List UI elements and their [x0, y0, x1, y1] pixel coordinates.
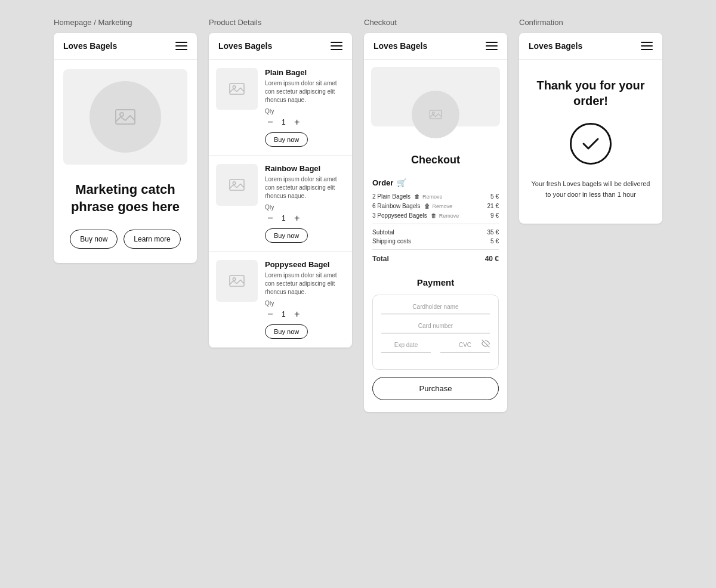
- exp-label: Exp date: [381, 342, 431, 348]
- remove-icon-poppyseed: 🗑: [431, 212, 437, 219]
- cardholder-field: Cardholder name: [381, 304, 490, 314]
- svg-point-3: [233, 86, 236, 89]
- remove-plain-button[interactable]: Remove: [422, 194, 443, 200]
- qty-increase-poppyseed[interactable]: +: [292, 309, 303, 320]
- purchase-button[interactable]: Purchase: [372, 377, 499, 400]
- order-item-rainbow-name: 6 Rainbow Bagels: [372, 203, 421, 209]
- remove-poppyseed-button[interactable]: Remove: [439, 213, 459, 219]
- product-item-rainbow: Rainbow Bagel Lorem ipsum dolor sit amet…: [209, 156, 352, 252]
- subtotal-label: Subtotal: [372, 229, 394, 236]
- product-name-poppyseed: Poppyseed Bagel: [265, 260, 345, 269]
- product-details-label: Product Details: [209, 18, 352, 27]
- homepage-logo: Loves Bagels: [63, 41, 117, 51]
- order-item-poppyseed-name: 3 Poppyseed Bagels: [372, 212, 427, 219]
- image-placeholder-icon: [113, 105, 137, 129]
- buy-now-poppyseed[interactable]: Buy now: [265, 324, 308, 339]
- qty-value-plain: 1: [282, 118, 286, 126]
- cardholder-line: [381, 314, 490, 314]
- product-details-nav: Loves Bagels: [209, 33, 352, 60]
- svg-point-7: [233, 278, 236, 281]
- card-number-line: [381, 333, 490, 333]
- product-details-logo: Loves Bagels: [218, 41, 272, 51]
- product-list: Plain Bagel Lorem ipsum dolor sit amet c…: [209, 60, 352, 348]
- product-qty-label-poppyseed: Qty: [265, 300, 345, 307]
- order-label: Order: [372, 178, 393, 187]
- checkout-nav: Loves Bagels: [364, 33, 507, 60]
- shipping-label: Shipping costs: [372, 238, 411, 245]
- product-qty-control-rainbow: − 1 +: [265, 213, 345, 224]
- order-divider-2: [372, 249, 499, 250]
- shipping-value: 5 €: [490, 238, 499, 245]
- product-details-screen: Loves Bagels: [209, 33, 352, 348]
- product-qty-label-plain: Qty: [265, 108, 345, 114]
- order-divider-1: [372, 224, 499, 224]
- total-label: Total: [372, 255, 389, 263]
- qty-value-poppyseed: 1: [282, 310, 286, 318]
- card-number-label: Card number: [381, 323, 490, 329]
- checkout-hero-circle: [412, 91, 459, 138]
- order-shipping-row: Shipping costs 5 €: [372, 238, 499, 245]
- product-item-plain: Plain Bagel Lorem ipsum dolor sit amet c…: [209, 60, 352, 156]
- product-info-rainbow: Rainbow Bagel Lorem ipsum dolor sit amet…: [265, 164, 345, 243]
- product-item-poppyseed: Poppyseed Bagel Lorem ipsum dolor sit am…: [209, 252, 352, 348]
- svg-point-9: [433, 112, 435, 114]
- svg-point-5: [233, 182, 236, 185]
- product-info-poppyseed: Poppyseed Bagel Lorem ipsum dolor sit am…: [265, 260, 345, 339]
- product-thumb-poppyseed: [216, 260, 258, 302]
- confirmation-menu-icon[interactable]: [641, 42, 653, 50]
- checkout-logo: Loves Bagels: [374, 41, 427, 51]
- homepage-buy-now-button[interactable]: Buy now: [70, 230, 118, 249]
- cvc-line: [440, 352, 490, 352]
- order-item-rainbow: 6 Rainbow Bagels 🗑 Remove 21 €: [372, 203, 499, 209]
- checkout-screen: Loves Bagels Checkout: [364, 33, 507, 412]
- homepage-buttons: Buy now Learn more: [54, 222, 197, 263]
- buy-now-rainbow[interactable]: Buy now: [265, 228, 308, 243]
- confirm-content: Thank you for your order! Your fresh Lov…: [519, 60, 662, 224]
- product-name-rainbow: Rainbow Bagel: [265, 164, 345, 173]
- homepage-nav: Loves Bagels: [54, 33, 197, 60]
- product-qty-control-poppyseed: − 1 +: [265, 309, 345, 320]
- checkout-menu-icon[interactable]: [486, 42, 498, 50]
- homepage-hero-circle: [90, 81, 161, 153]
- check-circle-icon: [570, 123, 612, 165]
- exp-line: [381, 352, 431, 352]
- confirm-message: Your fresh Loves bagels will be delivere…: [531, 179, 650, 200]
- product-desc-poppyseed: Lorem ipsum dolor sit amet con sectetur …: [265, 271, 345, 296]
- homepage-screen: Loves Bagels Marketing catch phrase goes…: [54, 33, 197, 263]
- buy-now-plain[interactable]: Buy now: [265, 132, 308, 147]
- confirmation-nav: Loves Bagels: [519, 33, 662, 60]
- payment-card: Cardholder name Card number Exp date: [372, 295, 499, 370]
- product-thumb-plain: [216, 68, 258, 110]
- checkout-label: Checkout: [364, 18, 507, 27]
- remove-rainbow-button[interactable]: Remove: [433, 203, 453, 209]
- eye-hidden-icon[interactable]: [482, 339, 490, 349]
- qty-increase-rainbow[interactable]: +: [292, 213, 303, 224]
- product-details-menu-icon[interactable]: [331, 42, 342, 50]
- subtotal-value: 35 €: [487, 229, 499, 236]
- qty-decrease-rainbow[interactable]: −: [265, 213, 276, 224]
- qty-increase-plain[interactable]: +: [292, 117, 303, 128]
- homepage-hero-image: [63, 69, 187, 165]
- product-thumb-rainbow: [216, 164, 258, 206]
- product-image-poppyseed: [228, 272, 246, 290]
- order-item-plain: 2 Plain Bagels 🗑 Remove 5 €: [372, 193, 499, 200]
- homepage-learn-more-button[interactable]: Learn more: [124, 230, 180, 249]
- product-image-plain: [228, 80, 246, 98]
- homepage-menu-icon[interactable]: [175, 42, 187, 50]
- order-item-rainbow-price: 21 €: [487, 203, 499, 209]
- product-desc-plain: Lorem ipsum dolor sit amet con sectetur …: [265, 79, 345, 104]
- confirm-title: Thank you for your order!: [531, 78, 650, 109]
- confirmation-label: Confirmation: [519, 18, 662, 27]
- remove-icon-rainbow: 🗑: [424, 203, 430, 209]
- qty-decrease-poppyseed[interactable]: −: [265, 309, 276, 320]
- confirmation-screen: Loves Bagels Thank you for your order! Y…: [519, 33, 662, 224]
- payment-title: Payment: [372, 277, 499, 287]
- qty-value-rainbow: 1: [282, 214, 286, 222]
- checkout-hero-icon: [428, 107, 443, 122]
- qty-decrease-plain[interactable]: −: [265, 117, 276, 128]
- checkmark-icon: [580, 133, 601, 154]
- checkout-hero-image: [371, 67, 500, 126]
- order-item-poppyseed-price: 9 €: [490, 212, 499, 219]
- cardholder-label: Cardholder name: [381, 304, 490, 310]
- svg-point-1: [120, 113, 124, 116]
